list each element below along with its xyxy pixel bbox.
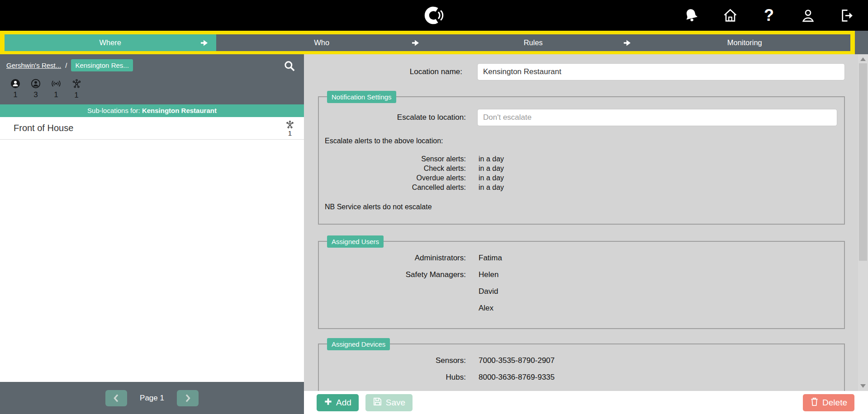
list-item-front-of-house[interactable]: Front of House — [0, 117, 304, 140]
delete-button-label: Delete — [822, 398, 847, 408]
breadcrumb-current-chip[interactable]: Kensington Res... — [71, 59, 133, 71]
home-icon[interactable] — [722, 8, 738, 23]
alert-value: in a day — [479, 183, 504, 192]
sublocations-prefix: Sub-locations for: — [87, 107, 142, 114]
account-icon[interactable] — [800, 8, 816, 23]
alert-row: Check alerts: in a day — [325, 164, 837, 173]
step-tab-monitoring[interactable]: Monitoring — [639, 34, 851, 51]
step-tab-rules[interactable]: Rules — [427, 34, 639, 51]
breadcrumb-parent-link[interactable]: Gershwin's Rest... — [6, 61, 61, 69]
sublocations-location-name: Kensington Restaurant — [142, 107, 217, 114]
save-floppy-icon — [373, 397, 382, 409]
users-icon — [30, 83, 41, 90]
user-name: Helen — [479, 270, 498, 279]
escalate-label: Escalate to location: — [325, 113, 466, 122]
sublocation-name: Front of House — [14, 123, 73, 133]
sensors-count: 1 — [49, 78, 63, 100]
count-value: 1 — [69, 91, 84, 100]
user-row: Administrators: Fatima — [325, 254, 837, 263]
user-row: David — [325, 287, 837, 296]
scrollbar-thumb[interactable] — [859, 63, 867, 261]
section-tag-assigned-devices: Assigned Devices — [327, 338, 390, 350]
user-row: Alex — [325, 304, 837, 313]
notification-settings-section: Notification Settings Escalate to locati… — [318, 96, 845, 225]
plus-icon — [324, 397, 332, 408]
administrators-count: 1 — [8, 78, 23, 100]
alert-label: Sensor alerts: — [325, 154, 466, 164]
page-indicator: Page 1 — [140, 394, 164, 403]
halo-ring-logo-icon — [423, 5, 445, 26]
alert-label: Cancelled alerts: — [325, 183, 466, 192]
device-type-label: Sensors: — [325, 356, 466, 365]
location-name-input[interactable] — [477, 63, 845, 80]
add-button-label: Add — [336, 398, 351, 408]
sublocation-list: Front of House — [0, 117, 304, 382]
content-split: Gershwin's Rest... / Kensington Res... — [0, 54, 868, 414]
delete-button[interactable]: Delete — [803, 394, 854, 411]
page-previous-button[interactable] — [105, 390, 127, 406]
location-sidebar: Gershwin's Rest... / Kensington Res... — [0, 54, 304, 414]
alert-label: Check alerts: — [325, 164, 466, 173]
help-glyph: ? — [764, 7, 774, 24]
device-row: Sensors: 7000-3535-8790-2907 — [325, 356, 837, 365]
escalate-row: Escalate to location: — [325, 109, 837, 126]
app-root: ? Where Who — [0, 0, 868, 414]
count-value: 1 — [49, 91, 63, 99]
count-value: 1 — [8, 91, 23, 99]
notifications-bell-icon[interactable] — [683, 8, 699, 23]
location-form: Location name: Notification Settings Esc… — [304, 54, 868, 391]
scroll-up-button[interactable] — [858, 55, 868, 63]
breadcrumb-separator: / — [65, 61, 67, 69]
step-tab-who[interactable]: Who — [216, 34, 428, 51]
page-next-button[interactable] — [177, 390, 199, 406]
assigned-users-section: Assigned Users Administrators: Fatima Sa… — [318, 241, 845, 329]
escalate-to-location-input[interactable] — [477, 109, 837, 126]
alert-value: in a day — [479, 154, 504, 164]
device-id: 7000-3535-8790-2907 — [479, 356, 555, 365]
save-button[interactable]: Save — [365, 394, 413, 411]
alert-value: in a day — [479, 164, 504, 173]
device-row: Hubs: 8000-3636-8769-9335 — [325, 373, 837, 382]
arrow-right-icon — [411, 38, 420, 47]
sublocation-hub-badge: 1 — [285, 120, 295, 136]
add-button[interactable]: Add — [317, 394, 359, 411]
user-name: David — [479, 287, 498, 296]
hubs-count: 1 — [69, 78, 84, 100]
vertical-scrollbar[interactable] — [858, 54, 868, 391]
main-panel: Location name: Notification Settings Esc… — [304, 54, 868, 414]
alert-row: Cancelled alerts: in a day — [325, 183, 837, 192]
save-button-label: Save — [386, 398, 405, 408]
step-tab-where[interactable]: Where — [5, 34, 216, 51]
scroll-down-button[interactable] — [858, 382, 868, 390]
location-counts: 1 3 — [6, 71, 298, 104]
section-tag-assigned-users: Assigned Users — [327, 235, 384, 248]
step-label: Where — [99, 38, 121, 47]
user-name: Fatima — [479, 254, 502, 263]
step-label: Who — [314, 38, 329, 47]
sidebar-header: Gershwin's Rest... / Kensington Res... — [0, 54, 304, 104]
escalate-note: Escalate alerts to the above location: — [325, 137, 837, 145]
wizard-step-strip: Where Who Rules Monitoring — [0, 31, 855, 54]
logout-icon[interactable] — [839, 8, 854, 23]
location-name-row: Location name: — [312, 63, 845, 80]
count-value: 3 — [28, 91, 43, 99]
hub-icon — [71, 83, 82, 91]
section-tag-notification-settings: Notification Settings — [327, 91, 396, 103]
user-row: Safety Managers: Helen — [325, 270, 837, 279]
assigned-devices-section: Assigned Devices Sensors: 7000-3535-8790… — [318, 343, 845, 391]
wizard-nav: Where Who Rules Monitoring — [0, 31, 868, 54]
help-icon[interactable]: ? — [761, 8, 777, 23]
alert-value: in a day — [479, 173, 504, 183]
sidebar-pagination: Page 1 — [0, 382, 304, 414]
user-name: Alex — [479, 304, 493, 313]
nb-service-note: NB Service alerts do not escalate — [325, 203, 837, 211]
alert-escalation-list: Sensor alerts: in a day Check alerts: in… — [325, 154, 837, 192]
users-count: 3 — [28, 78, 43, 100]
alert-row: Overdue alerts: in a day — [325, 173, 837, 183]
alert-label: Overdue alerts: — [325, 173, 466, 183]
search-icon[interactable] — [283, 60, 296, 72]
sensors-icon — [50, 83, 62, 90]
action-bar: Add Save — [304, 391, 868, 414]
breadcrumb: Gershwin's Rest... / Kensington Res... — [6, 59, 298, 71]
user-role-label: Administrators: — [325, 254, 466, 263]
